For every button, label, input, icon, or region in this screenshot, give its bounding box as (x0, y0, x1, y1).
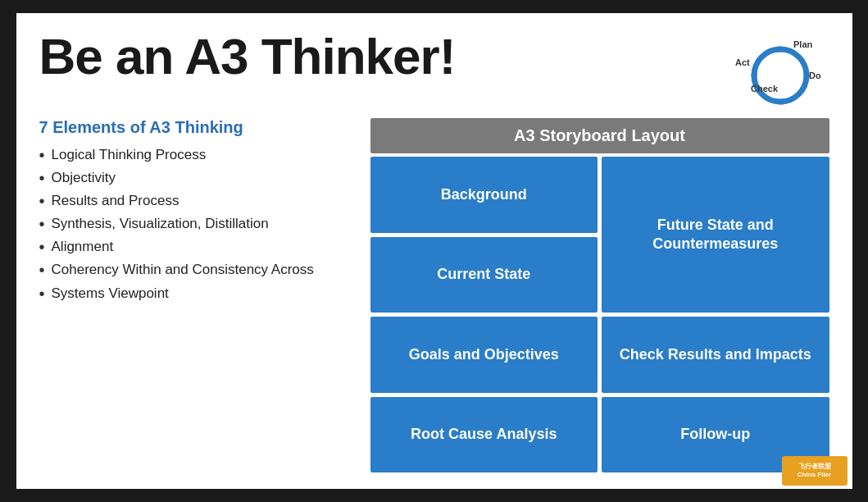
list-item-text: Systems Viewpoint (52, 285, 169, 303)
elements-title: 7 Elements of A3 Thinking (39, 118, 351, 137)
pdca-do-label: Do (809, 71, 821, 80)
bullet-icon: • (39, 192, 45, 210)
left-panel: 7 Elements of A3 Thinking • Logical Thin… (39, 118, 351, 472)
cell-future-state: Future State and Countermeasures (602, 157, 829, 313)
elements-list: • Logical Thinking Process • Objectivity… (39, 144, 351, 305)
list-item: • Alignment (39, 235, 351, 258)
cell-check-results: Check Results and Impacts (602, 317, 829, 393)
bullet-icon: • (39, 285, 45, 303)
main-title: Be an A3 Thinker! (39, 30, 456, 83)
list-item-text: Synthesis, Visualization, Distillation (52, 215, 269, 233)
pdca-diagram: Plan Do Check Act (731, 33, 829, 107)
cell-goals: Goals and Objectives (370, 317, 598, 393)
pdca-plan-label: Plan (793, 39, 813, 49)
bullet-icon: • (39, 169, 45, 187)
watermark-text: 飞行者联盟 China Flier (798, 463, 831, 478)
slide: Be an A3 Thinker! (16, 13, 852, 489)
list-item-text: Logical Thinking Process (52, 146, 207, 164)
cell-current-state: Current State (370, 237, 598, 313)
list-item: • Logical Thinking Process (39, 144, 351, 167)
list-item: • Objectivity (39, 167, 351, 189)
pdca-act-label: Act (735, 57, 750, 67)
list-item: • Results and Process (39, 189, 351, 212)
list-item: • Systems Viewpoint (39, 282, 351, 305)
list-item: • Coherency Within and Consistency Acros… (39, 258, 351, 281)
bullet-icon: • (39, 238, 45, 256)
list-item: • Synthesis, Visualization, Distillation (39, 212, 351, 235)
storyboard-grid: BackgroundFuture State and Countermeasur… (370, 157, 829, 472)
storyboard-header: A3 Storyboard Layout (370, 118, 829, 153)
watermark: 飞行者联盟 China Flier (782, 456, 848, 486)
list-item-text: Coherency Within and Consistency Across (52, 261, 314, 279)
bullet-icon: • (39, 215, 45, 233)
content-area: 7 Elements of A3 Thinking • Logical Thin… (39, 118, 829, 472)
cell-background: Background (370, 157, 598, 233)
list-item-text: Alignment (52, 238, 114, 256)
right-panel: A3 Storyboard Layout BackgroundFuture St… (370, 118, 829, 472)
list-item-text: Objectivity (52, 169, 116, 187)
pdca-check-label: Check (751, 84, 779, 94)
bullet-icon: • (39, 146, 45, 164)
cell-root-cause: Root Cause Analysis (370, 397, 598, 473)
title-row: Be an A3 Thinker! (39, 30, 829, 107)
list-item-text: Results and Process (52, 192, 180, 210)
bullet-icon: • (39, 261, 45, 279)
